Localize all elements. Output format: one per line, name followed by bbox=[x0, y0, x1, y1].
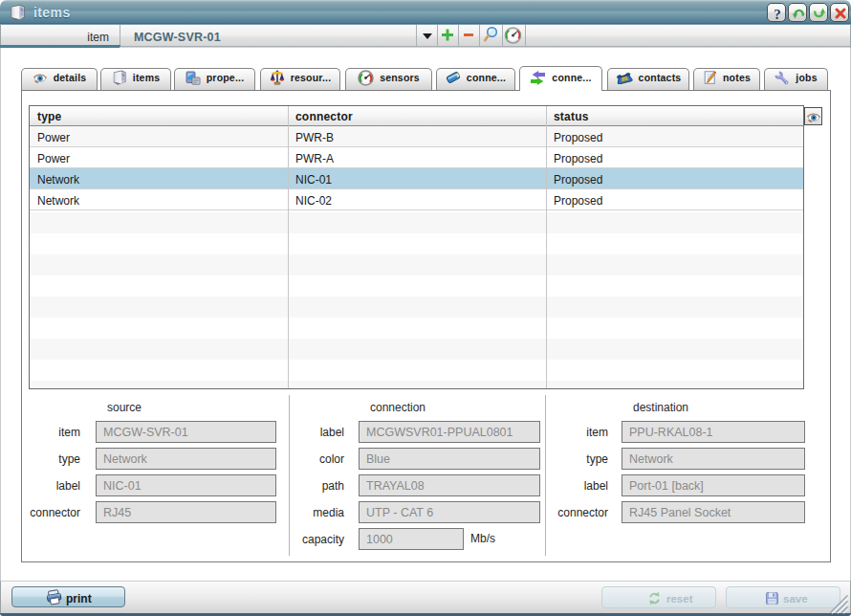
svg-text:?: ? bbox=[774, 7, 781, 20]
